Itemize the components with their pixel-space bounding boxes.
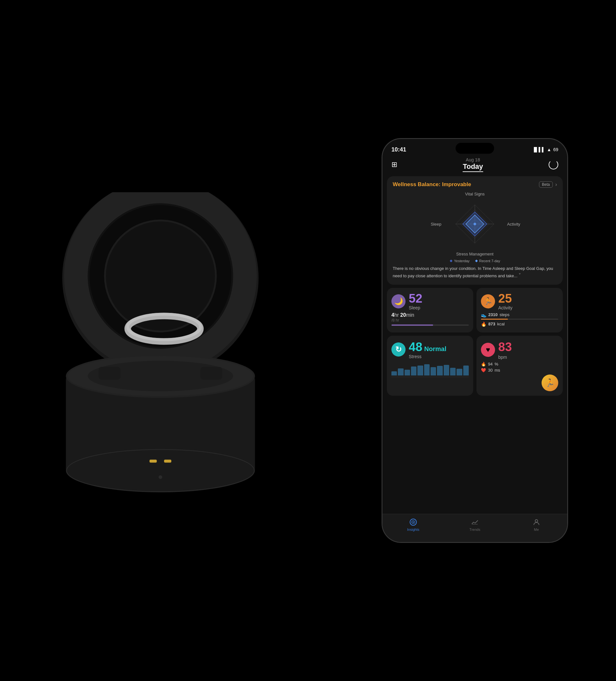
svg-rect-33 <box>472 524 478 524</box>
sleep-goal: /8 hr <box>391 318 469 323</box>
wellness-header-right: Beta › <box>539 181 557 188</box>
wellness-title: Wellness Balance: Improvable <box>393 181 471 188</box>
radar-row: Sleep <box>428 198 522 250</box>
ring-charger-device <box>51 192 270 545</box>
phone: 10:41 ▐▌▌▌ ▲ 69 ⊞ Aug 18 Today <box>382 138 568 543</box>
calendar-icon[interactable]: ⊞ <box>391 160 397 169</box>
nav-bar: ⊞ Aug 18 Today <box>382 156 567 174</box>
svg-rect-15 <box>99 367 120 380</box>
hr-value: 83 <box>498 340 512 354</box>
bar-2 <box>398 369 403 376</box>
wifi-icon: ▲ <box>547 147 551 152</box>
battery-icon: 69 <box>553 147 558 152</box>
bar-9 <box>444 365 449 376</box>
activity-label: Activity <box>498 305 512 310</box>
sleep-detail: 4hr 20min /8 hr <box>391 312 469 326</box>
sleep-value-group: 52 Sleep <box>409 292 422 310</box>
sleep-card-top: 🌙 52 Sleep <box>391 292 469 310</box>
expand-icon[interactable]: ˅ <box>518 273 521 278</box>
radar-label-activity: Activity <box>506 222 522 227</box>
kcal-icon: 🔥 <box>481 322 486 327</box>
phone-frame: 10:41 ▐▌▌▌ ▲ 69 ⊞ Aug 18 Today <box>382 138 568 543</box>
metrics-grid: 🌙 52 Sleep 4hr 20min /8 hr <box>387 288 563 396</box>
svg-rect-28 <box>450 260 453 262</box>
activity-badge[interactable]: 🏃 <box>542 375 558 391</box>
sleep-label: Sleep <box>409 305 422 310</box>
radar-label-stress: Stress Management <box>456 252 493 256</box>
stress-inline: 48 Normal <box>409 340 446 354</box>
radar-svg <box>449 198 500 250</box>
stress-bar-chart <box>391 362 469 377</box>
activity-card[interactable]: 🏃 25 Activity 👟 2310 steps <box>477 288 563 332</box>
steps-row: 👟 2310 steps <box>481 312 558 318</box>
me-label: Me <box>534 528 539 531</box>
signal-icon: ▐▌▌▌ <box>532 147 545 152</box>
bar-3 <box>405 370 410 375</box>
dynamic-island <box>456 143 494 154</box>
stress-icon: ↻ <box>391 343 406 357</box>
hrv-icon: 🔥 <box>481 362 486 367</box>
radar-chart-container: Vital Signs Sleep <box>393 192 557 263</box>
sleep-value: 52 <box>409 292 422 305</box>
insights-label: Insights <box>407 528 419 531</box>
heart-rate-card[interactable]: ♥ 83 bpm 🔥 94 % <box>477 336 563 396</box>
stress-value-group: 48 Normal Stress <box>409 340 446 359</box>
sleep-icon: 🌙 <box>391 294 406 308</box>
svg-point-32 <box>413 522 414 523</box>
wellness-header: Wellness Balance: Improvable Beta › <box>393 181 557 188</box>
sleep-time-row: 4hr 20min <box>391 312 469 318</box>
bar-8 <box>437 366 442 375</box>
beta-badge: Beta <box>539 181 553 188</box>
steps-bar-bg <box>481 319 558 320</box>
kcal-row: 🔥 873 kcal <box>481 322 558 327</box>
legend-yesterday: Yesterday <box>450 259 470 263</box>
hr-value-group: 83 bpm <box>498 340 512 360</box>
tab-bar: Insights Trends <box>382 514 567 542</box>
steps-bar-fill <box>481 319 508 320</box>
bar-12 <box>463 365 469 375</box>
tab-insights[interactable]: Insights <box>382 518 444 531</box>
bar-1 <box>391 371 397 376</box>
steps-icon: 👟 <box>481 312 486 318</box>
svg-point-27 <box>473 223 476 225</box>
bar-6 <box>424 364 430 375</box>
nav-center: Aug 18 Today <box>463 157 483 172</box>
trends-icon <box>471 518 479 526</box>
activity-value-group: 25 Activity <box>498 292 512 310</box>
sleep-progress-bar-fill <box>391 324 433 326</box>
chevron-right-icon: › <box>555 182 557 187</box>
stress-card[interactable]: ↻ 48 Normal Stress <box>387 336 473 396</box>
tab-trends[interactable]: Trends <box>444 518 506 531</box>
activity-icon: 🏃 <box>481 294 495 308</box>
ms-icon: ❤️ <box>481 368 486 373</box>
nav-date: Aug 18 <box>466 157 480 162</box>
radar-label-vital-signs: Vital Signs <box>465 192 484 196</box>
stress-card-top: ↻ 48 Normal Stress <box>391 340 469 359</box>
bar-5 <box>417 365 423 376</box>
bar-7 <box>431 367 436 376</box>
phone-screen: 10:41 ▐▌▌▌ ▲ 69 ⊞ Aug 18 Today <box>382 139 567 542</box>
tab-me[interactable]: Me <box>506 518 567 531</box>
refresh-icon[interactable] <box>548 160 558 170</box>
radar-legend: Yesterday Recent 7-day <box>450 259 500 263</box>
sleep-card[interactable]: 🌙 52 Sleep 4hr 20min /8 hr <box>387 288 473 332</box>
radar-label-sleep: Sleep <box>428 222 444 227</box>
heart-icon: ♥ <box>481 343 495 357</box>
hr-card-top: ♥ 83 bpm <box>481 340 558 360</box>
activity-detail: 👟 2310 steps 🔥 873 kcal <box>481 312 558 327</box>
svg-point-34 <box>535 520 538 522</box>
stress-number: 48 <box>409 340 422 354</box>
activity-value: 25 <box>498 292 512 305</box>
hrv-row: 🔥 94 % <box>481 362 558 367</box>
svg-rect-13 <box>150 459 157 462</box>
insights-icon <box>409 518 417 526</box>
hr-value-row: 83 <box>498 340 512 354</box>
hr-unit: bpm <box>498 355 512 360</box>
bar-11 <box>457 369 462 376</box>
stress-label: Stress <box>409 354 446 359</box>
nav-title: Today <box>463 162 483 172</box>
wellness-card[interactable]: Wellness Balance: Improvable Beta › Vita… <box>387 176 563 285</box>
scene: 10:41 ▐▌▌▌ ▲ 69 ⊞ Aug 18 Today <box>0 0 616 681</box>
stress-level: Normal <box>424 345 446 353</box>
svg-rect-14 <box>164 459 171 462</box>
